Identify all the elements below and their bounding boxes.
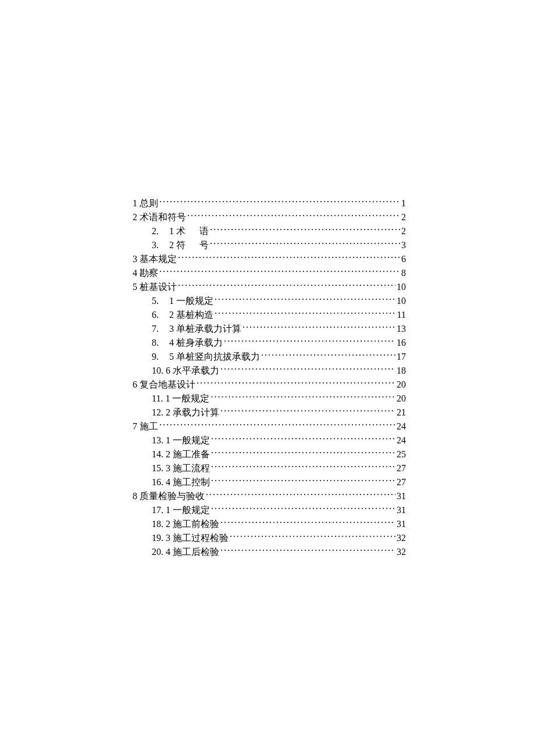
toc-entry-title: 承载力计算: [173, 407, 219, 417]
toc-entry-title: 一般规定: [173, 505, 210, 515]
toc-leader-dots: [211, 476, 395, 485]
toc-entry-title: 一般规定: [176, 296, 213, 306]
toc-entry-page: 2: [401, 224, 406, 238]
toc-entry-label: 6 复合地基设计: [133, 378, 195, 392]
toc-entry-page: 11: [397, 308, 406, 322]
toc-entry-label: 16. 4 施工控制: [152, 475, 210, 489]
toc-entry-subnum: 2: [166, 519, 173, 529]
toc-entry-page: 3: [401, 238, 406, 252]
toc-leader-dots: [230, 532, 395, 541]
toc-entry-title: 施工前检验: [173, 519, 219, 529]
toc-entry: 3 基本规定 6: [133, 252, 406, 266]
toc-entry-subnum: 4: [166, 477, 173, 487]
toc-entry-title: 施工控制: [173, 477, 210, 487]
toc-entry: 7 施工 24: [133, 420, 406, 433]
toc-entry-label: 10. 6 水平承载力: [152, 364, 219, 378]
toc-entry-label: 11. 1 一般规定: [152, 392, 209, 406]
toc-entry: 9.5 单桩竖向抗拔承载力 17: [133, 350, 406, 364]
toc-entry: 2 术语和符号 2: [133, 210, 406, 224]
toc-entry-subnum: 1: [166, 435, 173, 445]
toc-leader-dots: [215, 295, 395, 304]
toc-entry-prefix: 14.: [152, 449, 166, 459]
toc-entry-label: 5.1 一般规定: [152, 294, 213, 308]
toc-leader-dots: [220, 546, 395, 555]
toc-entry: 6.2 基桩构造 11: [133, 308, 406, 322]
toc-entry-page: 25: [397, 447, 406, 461]
toc-entry-subnum: 4: [169, 338, 176, 347]
toc-entry-page: 20: [397, 378, 406, 392]
toc-entry-page: 31: [397, 489, 406, 503]
toc-leader-dots: [242, 323, 395, 332]
toc-entry-prefix: 18.: [152, 519, 166, 529]
toc-entry-subnum: 4: [166, 547, 173, 557]
toc-leader-dots: [178, 281, 395, 290]
toc-entry-subnum: 6: [166, 366, 173, 375]
toc-entry: 6 复合地基设计 20: [133, 378, 406, 392]
toc-entry-page: 24: [397, 420, 406, 433]
toc-entry-label: 7.3 单桩承载力计算: [152, 322, 241, 336]
toc-entry-prefix: 5.: [152, 294, 169, 308]
toc-entry-page: 8: [401, 266, 406, 280]
toc-entry: 5.1 一般规定 10: [133, 294, 406, 308]
toc-entry-page: 10: [397, 280, 406, 294]
toc-entry-label: 7 施工: [133, 420, 158, 433]
toc-leader-dots: [211, 448, 395, 457]
toc-entry-page: 10: [397, 294, 406, 308]
toc-entry-subnum: 2: [169, 310, 176, 320]
toc-entry-label: 3 基本规定: [133, 252, 177, 266]
toc-leader-dots: [159, 267, 400, 276]
toc-entry-subnum: 3: [169, 324, 176, 334]
toc-entry-prefix: 12.: [152, 407, 166, 417]
toc-entry-page: 2: [401, 210, 406, 224]
toc-entry: 17. 1 一般规定 31: [133, 503, 406, 517]
toc-entry-title: 施工准备: [173, 449, 210, 459]
toc-leader-dots: [220, 364, 395, 374]
toc-leader-dots: [210, 225, 400, 234]
toc-entry-label: 8 质量检验与验收: [133, 489, 205, 503]
toc-entry-label: 8.4 桩身承载力: [152, 336, 223, 350]
toc-entry-title: 一般规定: [173, 435, 210, 445]
table-of-contents: 1 总则 12 术语和符号 22.1 术 语 23.2 符 号 33 基本规定 …: [133, 196, 406, 559]
toc-entry-title: 一般规定: [172, 393, 209, 403]
toc-leader-dots: [211, 504, 395, 513]
toc-entry-label: 18. 2 施工前检验: [152, 517, 219, 531]
toc-entry-page: 31: [397, 503, 406, 517]
toc-entry-prefix: 16.: [152, 477, 166, 487]
toc-entry-page: 32: [397, 545, 406, 559]
toc-leader-dots: [159, 420, 395, 429]
toc-entry: 19. 3 施工过程检验 32: [133, 531, 406, 545]
toc-entry-label: 2 术语和符号: [133, 210, 186, 224]
toc-entry: 10. 6 水平承载力 18: [133, 364, 406, 378]
toc-entry: 4 勘察 8: [133, 266, 406, 280]
toc-entry-label: 14. 2 施工准备: [152, 447, 210, 461]
toc-entry-page: 31: [397, 517, 406, 531]
toc-entry-title: 施工流程: [173, 463, 210, 473]
toc-entry-subnum: 5: [169, 352, 176, 361]
toc-entry-label: 19. 3 施工过程检验: [152, 531, 229, 545]
toc-entry-prefix: 7.: [152, 322, 169, 336]
toc-entry-page: 27: [397, 461, 406, 475]
toc-entry: 16. 4 施工控制 27: [133, 475, 406, 489]
toc-entry-page: 16: [397, 336, 406, 350]
toc-entry-prefix: 11.: [152, 393, 165, 403]
toc-entry-page: 6: [401, 252, 406, 266]
toc-entry-prefix: 2.: [152, 224, 169, 238]
toc-entry-title: 桩身承载力: [176, 338, 223, 347]
toc-entry-subnum: 1: [166, 505, 173, 515]
toc-entry-title: 符: [176, 240, 186, 250]
toc-leader-dots: [224, 336, 395, 346]
toc-entry: 20. 4 施工后检验 32: [133, 545, 406, 559]
toc-entry-label: 3.2 符 号: [152, 238, 209, 252]
toc-entry-page: 1: [401, 196, 406, 210]
toc-entry-page: 13: [397, 322, 406, 336]
toc-entry-page: 27: [397, 475, 406, 489]
toc-entry-prefix: 13.: [152, 435, 166, 445]
toc-entry: 5 桩基设计 10: [133, 280, 406, 294]
toc-entry-label: 2.1 术 语: [152, 224, 209, 238]
toc-entry-prefix: 3.: [152, 238, 169, 252]
toc-leader-dots: [178, 253, 400, 262]
toc-entry: 1 总则 1: [133, 196, 406, 210]
toc-entry-subnum: 3: [166, 463, 173, 473]
toc-entry-label: 15. 3 施工流程: [152, 461, 210, 475]
toc-entry: 8 质量检验与验收 31: [133, 489, 406, 503]
